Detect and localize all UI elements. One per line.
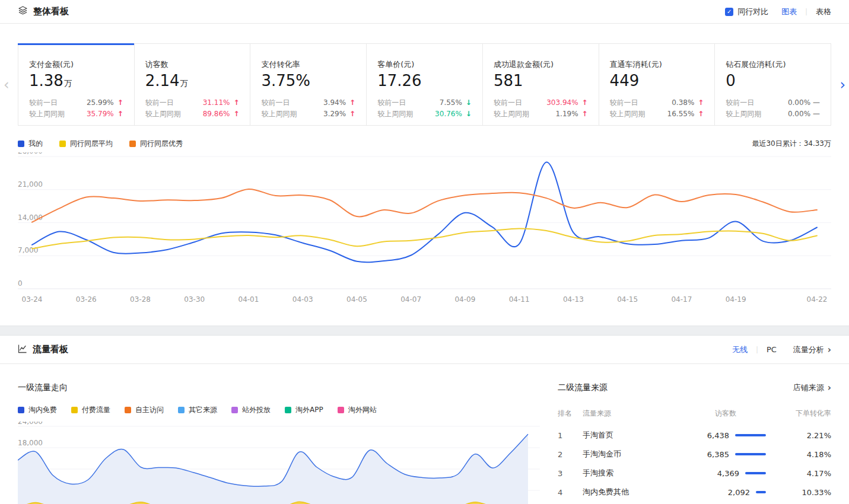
card-label: 支付金额(元) <box>29 59 123 70</box>
x-tick-label: 04-09 <box>454 295 475 304</box>
card-label: 支付转化率 <box>261 59 355 70</box>
card-change-row: 较上周同期89.86%↑ <box>145 109 240 120</box>
metric-card-refund[interactable]: 成功退款金额(元) 581 较前一日303.94%↑ 较上周同期1.19%↑ <box>482 43 599 126</box>
source-table-header: 排名 流量来源 访客数 下单转化率 <box>558 409 831 419</box>
card-change-row: 较前一日303.94%↑ <box>494 97 588 109</box>
card-value: 1.38万 <box>29 72 123 90</box>
legend-item-paid[interactable]: 付费流量 <box>71 405 110 415</box>
card-label: 访客数 <box>145 59 240 70</box>
card-change-row: 较前一日0.38%↑ <box>610 97 704 109</box>
tab-pc[interactable]: PC <box>767 345 777 354</box>
main-chart-legend: 我的 同行同层平均 同行同层优秀 最近30日累计：34.33万 <box>18 139 831 149</box>
trend-arrow-icon: ↑ <box>578 97 588 109</box>
metric-card-avg-order[interactable]: 客单价(元) 17.26 较前一日7.55%↓ 较上周同期30.76%↓ <box>366 43 483 126</box>
legend-item-offsite[interactable]: 站外投放 <box>231 405 271 415</box>
legend-swatch <box>129 141 136 147</box>
tab-wireless[interactable]: 无线 <box>732 344 748 355</box>
traffic-trend-title: 一级流量走向 <box>18 382 540 393</box>
x-tick-label: 04-01 <box>239 295 259 304</box>
source-table-body: 1 手淘首页 6,438 2.21% 2 手淘淘金币 6,385 4.18% 3… <box>558 426 831 502</box>
overview-title: 整体看板 <box>33 6 69 17</box>
visitor-bar <box>745 472 766 474</box>
table-row[interactable]: 2 手淘淘金币 6,385 4.18% <box>558 445 831 464</box>
y-tick-label: 28,000 <box>18 152 43 155</box>
legend-item-peer-avg[interactable]: 同行同层平均 <box>59 139 113 149</box>
card-label: 直通车消耗(元) <box>610 59 704 70</box>
dashboard-page: 整体看板 ✓ 同行对比 图表 ｜ 表格 ‹ › 支付金额(元) 1.38万 较前… <box>0 0 849 504</box>
card-change-row: 较上周同期30.76%↓ <box>377 109 472 120</box>
card-change-row: 较上周同期1.19%↑ <box>494 109 588 120</box>
traffic-body: 一级流量走向 淘内免费 付费流量 自主访问 其它来源 站外投放 淘外APP 淘外… <box>0 364 849 504</box>
view-chart-link[interactable]: 图表 <box>781 7 797 17</box>
cards-next-button[interactable]: › <box>840 78 845 92</box>
y-tick-label: 21,000 <box>18 180 43 189</box>
metric-cards: 支付金额(元) 1.38万 较前一日25.99%↑ 较上周同期35.79%↑ 访… <box>18 43 831 126</box>
card-value: 581 <box>494 72 588 90</box>
overall-trend-chart: 07,00014,00021,00028,00003-2403-2603-280… <box>18 152 831 310</box>
visitor-bar <box>735 434 766 436</box>
traffic-source-title: 二级流量来源 <box>558 382 608 393</box>
trend-arrow-icon: ↑ <box>578 109 588 120</box>
layers-icon <box>18 5 28 18</box>
view-table-link[interactable]: 表格 <box>816 7 831 17</box>
traffic-header: 流量看板 无线 ｜ PC 流量分析 › <box>0 336 849 364</box>
legend-swatch <box>71 407 78 413</box>
card-label: 成功退款金额(元) <box>494 59 588 70</box>
x-tick-label: 04-03 <box>292 295 313 304</box>
x-tick-label: 04-13 <box>563 295 584 304</box>
metric-card-payment[interactable]: 支付金额(元) 1.38万 较前一日25.99%↑ 较上周同期35.79%↑ <box>18 43 135 126</box>
legend-item-ext-app[interactable]: 淘外APP <box>285 405 323 415</box>
card-value: 17.26 <box>377 72 472 90</box>
metric-card-ztc-spend[interactable]: 直通车消耗(元) 449 较前一日0.38%↑ 较上周同期16.55%↑ <box>599 43 716 126</box>
legend-swatch <box>125 407 131 413</box>
x-tick-label: 04-11 <box>509 295 530 304</box>
x-tick-label: 03-24 <box>22 295 43 304</box>
metric-card-conversion[interactable]: 支付转化率 3.75% 较前一日3.94%↑ 较上周同期3.29%↑ <box>250 43 367 126</box>
checkbox-check-icon[interactable]: ✓ <box>725 8 733 16</box>
trend-arrow-icon: ↑ <box>230 97 239 109</box>
chevron-right-icon: › <box>828 344 831 355</box>
legend-swatch <box>59 141 66 147</box>
x-tick-label: 04-19 <box>726 295 746 304</box>
card-change-row: 较前一日0.00%— <box>726 97 820 109</box>
card-value: 2.14万 <box>145 72 240 90</box>
traffic-legend: 淘内免费 付费流量 自主访问 其它来源 站外投放 淘外APP 淘外网站 <box>18 405 540 415</box>
series-同行同层优秀 <box>32 189 817 222</box>
legend-item-taobao-free[interactable]: 淘内免费 <box>18 405 57 415</box>
trend-arrow-icon: ↓ <box>462 97 472 109</box>
card-change-row: 较上周同期0.00%— <box>726 109 820 120</box>
legend-item-other[interactable]: 其它来源 <box>178 405 217 415</box>
metric-card-diamond-spend[interactable]: 钻石展位消耗(元) 0 较前一日0.00%— 较上周同期0.00%— <box>714 43 831 126</box>
legend-item-peer-best[interactable]: 同行同层优秀 <box>129 139 183 149</box>
peer-compare-checkbox[interactable]: ✓ 同行对比 <box>725 7 781 17</box>
table-row[interactable]: 3 手淘搜索 4,369 4.17% <box>558 464 831 483</box>
legend-item-ext-web[interactable]: 淘外网站 <box>338 405 377 415</box>
card-value: 0 <box>726 72 820 90</box>
card-value: 449 <box>610 72 704 90</box>
section-divider <box>0 326 849 336</box>
shop-source-link[interactable]: 店铺来源 › <box>793 382 831 393</box>
x-tick-label: 04-05 <box>346 295 367 304</box>
y-tick-label: 14,000 <box>18 213 43 222</box>
legend-swatch <box>231 407 238 413</box>
cards-prev-button[interactable]: ‹ <box>4 78 9 92</box>
trend-arrow-icon: ↑ <box>694 109 704 120</box>
metric-card-visitors[interactable]: 访客数 2.14万 较前一日31.11%↑ 较上周同期89.86%↑ <box>134 43 251 126</box>
tabs-divider: ｜ <box>753 344 761 355</box>
legend-swatch <box>338 407 344 413</box>
trend-arrow-icon: ↑ <box>346 97 355 109</box>
traffic-trend-section: 一级流量走向 淘内免费 付费流量 自主访问 其它来源 站外投放 淘外APP 淘外… <box>18 364 540 504</box>
trend-arrow-icon: ↑ <box>230 109 239 120</box>
card-value: 3.75% <box>261 72 355 90</box>
legend-item-direct[interactable]: 自主访问 <box>125 405 164 415</box>
visitor-bar <box>756 491 766 493</box>
table-row[interactable]: 1 手淘首页 6,438 2.21% <box>558 426 831 445</box>
traffic-analysis-link[interactable]: 流量分析 › <box>793 344 831 355</box>
y-tick-label: 0 <box>18 279 23 288</box>
view-divider: ｜ <box>803 7 810 17</box>
card-change-row: 较上周同期35.79%↑ <box>29 109 123 120</box>
legend-swatch <box>18 141 24 147</box>
legend-item-mine[interactable]: 我的 <box>18 139 43 149</box>
table-row[interactable]: 4 淘内免费其他 2,092 10.33% <box>558 483 831 502</box>
trend-arrow-icon: ↑ <box>346 109 355 120</box>
